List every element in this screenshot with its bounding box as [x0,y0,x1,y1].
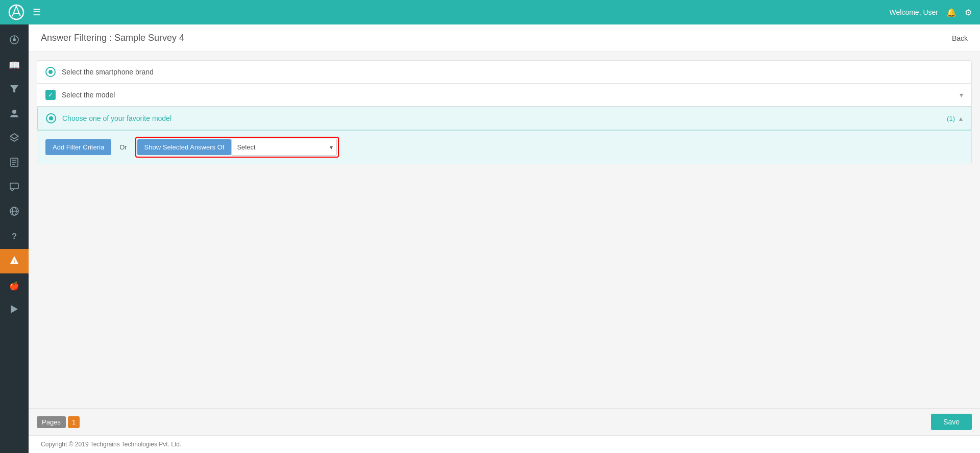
sidebar-item-messages[interactable] [0,175,29,200]
book-icon: 📖 [9,60,20,71]
footer: Copyright © 2019 Techgrains Technologies… [29,435,980,453]
header-right: Welcome, User 🔔 ⚙ [890,8,972,17]
highlighted-filter-box: Show Selected Answers Of Select Select t… [135,137,339,158]
play-icon [10,305,18,316]
svg-text:!: ! [14,259,15,264]
sidebar-item-help[interactable]: ? [0,224,29,249]
sidebar: 📖 [0,24,29,453]
survey-card: Select the smartphone brand ✓ Select the… [37,60,972,164]
top-header: ☰ Welcome, User 🔔 ⚙ [0,0,980,24]
help-icon: ? [12,232,17,241]
question-badge-3: (1) [947,115,955,122]
svg-marker-7 [10,85,18,93]
or-text: Or [119,143,127,151]
notifications-icon[interactable]: 🔔 [946,8,957,17]
svg-marker-9 [10,134,18,139]
sidebar-item-users[interactable] [0,102,29,127]
welcome-text: Welcome, User [890,8,938,16]
pages-icon [10,158,18,169]
globe-icon [10,207,19,218]
show-selected-button[interactable]: Show Selected Answers Of [137,139,232,155]
content-area: Answer Filtering : Sample Survey 4 Back … [29,24,980,453]
messages-icon [10,183,19,193]
app-logo[interactable] [8,4,24,20]
user-icon [10,109,19,120]
checkbox-icon-2: ✓ [45,90,56,100]
sidebar-item-filters[interactable] [0,78,29,102]
bottom-bar: Pages 1 Save [29,408,980,435]
sidebar-item-pages[interactable] [0,151,29,175]
dashboard-icon [9,35,19,47]
question-text-3: Choose one of your favorite model [62,114,947,122]
menu-icon[interactable]: ☰ [33,7,41,18]
sidebar-item-alert[interactable]: ! [0,249,29,273]
filter-row: Add Filter Criteria Or Show Selected Ans… [45,137,963,158]
page-content: Select the smartphone brand ✓ Select the… [29,52,980,408]
sidebar-item-globe[interactable] [0,200,29,224]
page-number[interactable]: 1 [68,416,80,428]
sidebar-item-reports[interactable]: 📖 [0,53,29,78]
alert-icon: ! [10,256,19,267]
svg-line-2 [16,6,20,16]
pages-section: Pages 1 [37,416,80,428]
header-left: ☰ [8,4,41,20]
filter-section: Add Filter Criteria Or Show Selected Ans… [37,130,971,164]
page-header: Answer Filtering : Sample Survey 4 Back [29,24,980,52]
add-filter-button[interactable]: Add Filter Criteria [45,139,111,155]
svg-marker-20 [11,305,18,313]
sidebar-item-apple[interactable]: 🍎 [0,273,29,298]
radio-icon-1 [45,67,56,77]
question-row-2[interactable]: ✓ Select the model ▾ [37,84,971,107]
save-button[interactable]: Save [931,414,972,430]
apple-icon: 🍎 [9,281,19,291]
layers-icon [10,133,19,145]
chevron-up-icon-3: ▴ [959,114,963,122]
svg-point-5 [13,38,16,41]
pages-label: Pages [37,416,66,428]
page-title: Answer Filtering : Sample Survey 4 [41,33,184,43]
filter-icon [10,84,19,96]
select-dropdown[interactable]: Select Select the smartphone brand Selec… [231,139,337,156]
svg-point-8 [12,110,16,114]
question-text-2: Select the model [62,91,960,99]
sidebar-item-dashboard[interactable] [0,29,29,53]
question-row-1[interactable]: Select the smartphone brand [37,61,971,84]
sidebar-item-play[interactable] [0,298,29,322]
question-text-1: Select the smartphone brand [62,68,963,76]
chevron-down-icon-2: ▾ [960,91,963,99]
back-button[interactable]: Back [952,34,968,42]
main-layout: 📖 [0,24,980,453]
select-dropdown-wrapper: Select Select the smartphone brand Selec… [231,139,337,156]
sidebar-item-layers[interactable] [0,127,29,151]
svg-line-1 [12,6,16,16]
svg-rect-14 [10,183,18,189]
settings-icon[interactable]: ⚙ [965,8,972,17]
footer-text: Copyright © 2019 Techgrains Technologies… [41,441,181,448]
radio-icon-3 [46,113,56,123]
question-row-3[interactable]: Choose one of your favorite model (1) ▴ [37,107,971,130]
